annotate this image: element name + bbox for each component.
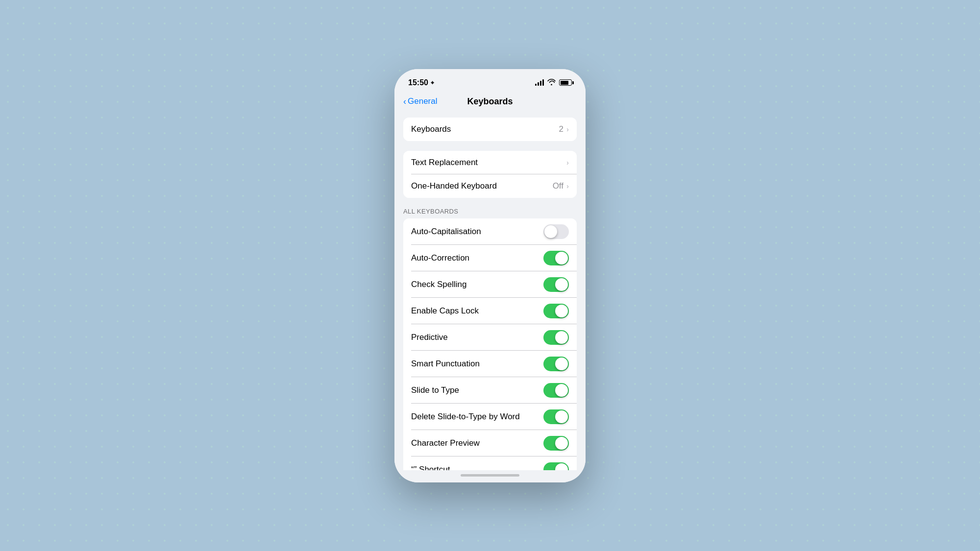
smart-punctuation-item: Smart Punctuation — [403, 351, 577, 377]
shortcut-item: “” Shortcut — [403, 456, 577, 470]
toggle-knob — [555, 410, 568, 423]
toggle-knob — [555, 384, 568, 397]
text-replacement-item[interactable]: Text Replacement › — [403, 151, 577, 174]
check-spelling-label: Check Spelling — [411, 280, 466, 289]
enable-caps-lock-toggle[interactable] — [543, 304, 569, 318]
shortcut-label: “” Shortcut — [411, 465, 450, 470]
auto-capitalisation-item: Auto-Capitalisation — [403, 218, 577, 245]
auto-capitalisation-label: Auto-Capitalisation — [411, 227, 481, 237]
keyboards-right: 2 › — [559, 124, 569, 134]
nav-header: ‹ General Keyboards — [394, 94, 586, 113]
slide-to-type-toggle[interactable] — [543, 383, 569, 398]
keyboards-item[interactable]: Keyboards 2 › — [403, 118, 577, 141]
battery-fill — [561, 81, 569, 85]
toggle-knob — [555, 437, 568, 450]
predictive-toggle[interactable] — [543, 330, 569, 345]
keyboards-count: 2 — [559, 124, 564, 134]
one-handed-label: One-Handed Keyboard — [411, 181, 497, 191]
auto-correction-label: Auto-Correction — [411, 253, 469, 263]
time-display: 15:50 — [408, 78, 428, 87]
status-icons — [535, 79, 572, 87]
delete-slide-item: Delete Slide-to-Type by Word — [403, 404, 577, 430]
home-bar — [461, 474, 519, 477]
check-spelling-toggle[interactable] — [543, 277, 569, 292]
keyboards-chevron-icon: › — [566, 125, 569, 133]
one-handed-chevron-icon: › — [566, 182, 569, 190]
all-keyboards-group: Auto-Capitalisation Auto-Correction Chec… — [403, 218, 577, 470]
one-handed-item[interactable]: One-Handed Keyboard Off › — [403, 174, 577, 198]
enable-caps-lock-label: Enable Caps Lock — [411, 306, 479, 316]
toggle-knob — [555, 252, 568, 264]
all-keyboards-section-label: ALL KEYBOARDS — [394, 208, 586, 215]
toggle-knob — [555, 358, 568, 370]
phone-frame: 15:50 ⌖ ‹ Gene — [394, 69, 586, 482]
toggle-knob — [544, 225, 557, 238]
signal-icon — [535, 79, 544, 86]
auto-correction-item: Auto-Correction — [403, 245, 577, 271]
page-title: Keyboards — [467, 96, 513, 107]
other-group: Text Replacement › One-Handed Keyboard O… — [403, 151, 577, 198]
keyboards-group: Keyboards 2 › — [403, 118, 577, 141]
content-area: Keyboards 2 › Text Replacement › O — [394, 113, 586, 470]
text-replacement-chevron-icon: › — [566, 158, 569, 167]
auto-correction-toggle[interactable] — [543, 251, 569, 265]
check-spelling-item: Check Spelling — [403, 271, 577, 298]
one-handed-value: Off — [553, 181, 564, 191]
character-preview-item: Character Preview — [403, 430, 577, 456]
status-time: 15:50 ⌖ — [408, 78, 434, 87]
toggle-knob — [555, 305, 568, 317]
character-preview-toggle[interactable] — [543, 436, 569, 451]
delete-slide-toggle[interactable] — [543, 409, 569, 424]
wifi-icon — [547, 79, 556, 87]
enable-caps-lock-item: Enable Caps Lock — [403, 298, 577, 324]
smart-punctuation-label: Smart Punctuation — [411, 359, 480, 369]
shortcut-toggle[interactable] — [543, 462, 569, 470]
keyboards-label: Keyboards — [411, 124, 451, 134]
battery-icon — [559, 79, 572, 86]
back-button[interactable]: ‹ General — [403, 96, 437, 106]
back-chevron-icon: ‹ — [403, 97, 406, 106]
home-indicator — [394, 470, 586, 482]
location-icon: ⌖ — [431, 79, 434, 86]
predictive-label: Predictive — [411, 333, 448, 342]
smart-punctuation-toggle[interactable] — [543, 357, 569, 371]
toggle-knob — [555, 278, 568, 291]
all-keyboards-section: ALL KEYBOARDS Auto-Capitalisation Auto-C… — [394, 208, 586, 470]
status-bar: 15:50 ⌖ — [394, 69, 586, 94]
slide-to-type-item: Slide to Type — [403, 377, 577, 404]
toggle-knob — [555, 331, 568, 344]
keyboards-section: Keyboards 2 › — [394, 118, 586, 141]
predictive-item: Predictive — [403, 324, 577, 351]
toggle-knob — [555, 463, 568, 470]
other-section: Text Replacement › One-Handed Keyboard O… — [394, 151, 586, 198]
back-label: General — [408, 96, 437, 106]
delete-slide-label: Delete Slide-to-Type by Word — [411, 412, 520, 422]
text-replacement-label: Text Replacement — [411, 158, 478, 168]
character-preview-label: Character Preview — [411, 438, 480, 448]
slide-to-type-label: Slide to Type — [411, 385, 459, 395]
auto-capitalisation-toggle[interactable] — [543, 224, 569, 239]
